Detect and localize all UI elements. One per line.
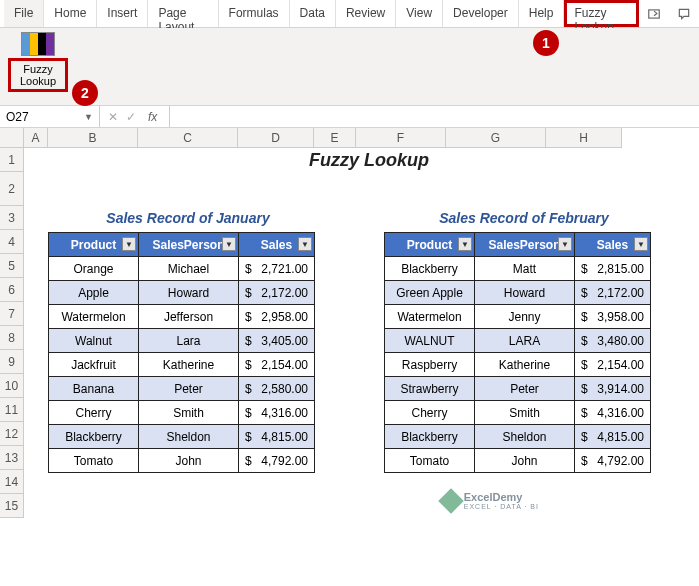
row-header[interactable]: 7 (0, 302, 24, 326)
cell-sales[interactable]: 4,815.00 (239, 425, 315, 449)
table-row[interactable]: TomatoJohn4,792.00 (385, 449, 651, 473)
cell-sales[interactable]: 2,172.00 (239, 281, 315, 305)
chevron-down-icon[interactable]: ▼ (84, 112, 93, 122)
col-header-D[interactable]: D (238, 128, 314, 148)
tab-developer[interactable]: Developer (443, 0, 519, 27)
col-header-G[interactable]: G (446, 128, 546, 148)
comments-icon[interactable] (669, 0, 699, 27)
cell-salesperson[interactable]: Michael (139, 257, 239, 281)
cell-product[interactable]: Blackberry (49, 425, 139, 449)
filter-dropdown-icon[interactable]: ▼ (634, 237, 648, 251)
row-header[interactable]: 10 (0, 374, 24, 398)
cell-salesperson[interactable]: Katherine (475, 353, 575, 377)
row-header[interactable]: 2 (0, 172, 24, 206)
table-row[interactable]: CherrySmith4,316.00 (49, 401, 315, 425)
cell-product[interactable]: Walnut (49, 329, 139, 353)
cell-salesperson[interactable]: Sheldon (139, 425, 239, 449)
table-row[interactable]: AppleHoward2,172.00 (49, 281, 315, 305)
table-row[interactable]: BlackberryMatt2,815.00 (385, 257, 651, 281)
cell-salesperson[interactable]: Smith (139, 401, 239, 425)
cell-salesperson[interactable]: Peter (139, 377, 239, 401)
tab-page-layout[interactable]: Page Layout (148, 0, 218, 27)
cell-salesperson[interactable]: Matt (475, 257, 575, 281)
table-row[interactable]: JackfruitKatherine2,154.00 (49, 353, 315, 377)
row-header[interactable]: 14 (0, 470, 24, 494)
row-header[interactable]: 1 (0, 148, 24, 172)
cell-sales[interactable]: 3,914.00 (575, 377, 651, 401)
table-row[interactable]: BananaPeter2,580.00 (49, 377, 315, 401)
tab-file[interactable]: File (4, 0, 44, 27)
fuzzy-lookup-button[interactable]: Fuzzy Lookup (10, 32, 66, 92)
tab-insert[interactable]: Insert (97, 0, 148, 27)
filter-dropdown-icon[interactable]: ▼ (122, 237, 136, 251)
table-february[interactable]: Product▼ SalesPerson▼ Sales▼ BlackberryM… (384, 232, 651, 473)
cancel-icon[interactable]: ✕ (108, 110, 118, 124)
cell-sales[interactable]: 4,792.00 (575, 449, 651, 473)
table-row[interactable]: CherrySmith4,316.00 (385, 401, 651, 425)
cell-salesperson[interactable]: Lara (139, 329, 239, 353)
cell-salesperson[interactable]: John (475, 449, 575, 473)
cell-product[interactable]: Cherry (49, 401, 139, 425)
cell-sales[interactable]: 2,721.00 (239, 257, 315, 281)
tab-formulas[interactable]: Formulas (219, 0, 290, 27)
cell-sales[interactable]: 4,815.00 (575, 425, 651, 449)
cell-salesperson[interactable]: Katherine (139, 353, 239, 377)
name-box[interactable]: O27 ▼ (0, 106, 100, 127)
cell-salesperson[interactable]: LARA (475, 329, 575, 353)
share-icon[interactable] (639, 0, 669, 27)
cell-salesperson[interactable]: Smith (475, 401, 575, 425)
cell-salesperson[interactable]: Jefferson (139, 305, 239, 329)
cell-product[interactable]: Watermelon (49, 305, 139, 329)
tab-data[interactable]: Data (290, 0, 336, 27)
cell-product[interactable]: Orange (49, 257, 139, 281)
table-january[interactable]: Product▼ SalesPerson▼ Sales▼ OrangeMicha… (48, 232, 315, 473)
enter-icon[interactable]: ✓ (126, 110, 136, 124)
table-row[interactable]: Green AppleHoward2,172.00 (385, 281, 651, 305)
cell-product[interactable]: Blackberry (385, 425, 475, 449)
fx-label[interactable]: fx (144, 110, 161, 124)
cell-product[interactable]: Raspberry (385, 353, 475, 377)
row-header[interactable]: 11 (0, 398, 24, 422)
cell-sales[interactable]: 4,316.00 (239, 401, 315, 425)
cell-sales[interactable]: 3,958.00 (575, 305, 651, 329)
filter-dropdown-icon[interactable]: ▼ (222, 237, 236, 251)
col-header-H[interactable]: H (546, 128, 622, 148)
row-header[interactable]: 12 (0, 422, 24, 446)
cell-sales[interactable]: 4,792.00 (239, 449, 315, 473)
row-header[interactable]: 8 (0, 326, 24, 350)
col-header-C[interactable]: C (138, 128, 238, 148)
cell-sales[interactable]: 2,958.00 (239, 305, 315, 329)
formula-input[interactable] (169, 106, 699, 127)
table-row[interactable]: WatermelonJenny3,958.00 (385, 305, 651, 329)
tab-fuzzy-lookup[interactable]: Fuzzy Lookup (564, 0, 639, 27)
tab-review[interactable]: Review (336, 0, 396, 27)
cell-product[interactable]: Watermelon (385, 305, 475, 329)
table-row[interactable]: WALNUTLARA3,480.00 (385, 329, 651, 353)
cell-salesperson[interactable]: Howard (475, 281, 575, 305)
row-header[interactable]: 9 (0, 350, 24, 374)
row-header[interactable]: 15 (0, 494, 24, 518)
cell-salesperson[interactable]: Jenny (475, 305, 575, 329)
col-header-B[interactable]: B (48, 128, 138, 148)
table-row[interactable]: WatermelonJefferson2,958.00 (49, 305, 315, 329)
filter-dropdown-icon[interactable]: ▼ (298, 237, 312, 251)
row-header[interactable]: 4 (0, 230, 24, 254)
cell-product[interactable]: Cherry (385, 401, 475, 425)
col-header-F[interactable]: F (356, 128, 446, 148)
cell-product[interactable]: Strawberry (385, 377, 475, 401)
row-header[interactable]: 13 (0, 446, 24, 470)
table-row[interactable]: WalnutLara3,405.00 (49, 329, 315, 353)
cell-salesperson[interactable]: John (139, 449, 239, 473)
filter-dropdown-icon[interactable]: ▼ (458, 237, 472, 251)
table-row[interactable]: RaspberryKatherine2,154.00 (385, 353, 651, 377)
table-row[interactable]: StrawberryPeter3,914.00 (385, 377, 651, 401)
cell-sales[interactable]: 2,172.00 (575, 281, 651, 305)
filter-dropdown-icon[interactable]: ▼ (558, 237, 572, 251)
tab-view[interactable]: View (396, 0, 443, 27)
cell-salesperson[interactable]: Sheldon (475, 425, 575, 449)
cell-product[interactable]: Jackfruit (49, 353, 139, 377)
col-header-E[interactable]: E (314, 128, 356, 148)
cell-salesperson[interactable]: Peter (475, 377, 575, 401)
table-row[interactable]: TomatoJohn4,792.00 (49, 449, 315, 473)
cell-sales[interactable]: 2,154.00 (575, 353, 651, 377)
